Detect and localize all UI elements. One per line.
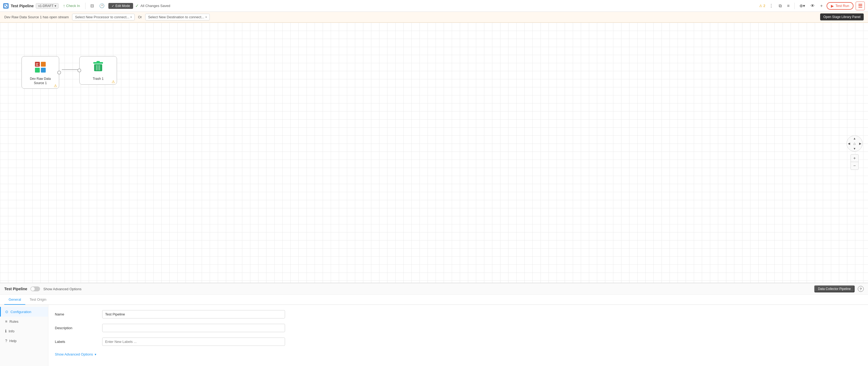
sidebar-item-help[interactable]: ? Help [0, 336, 48, 345]
saved-status: ✓ All Changes Saved [135, 3, 170, 8]
source-node-icon [34, 61, 47, 74]
stage-library-button[interactable]: ☰ [856, 2, 865, 10]
checkin-label: Check In [66, 4, 80, 8]
help-button[interactable]: ? [858, 286, 864, 292]
trash-node-label: Trash 1 [93, 77, 103, 81]
more-options-button[interactable]: ⋮ [768, 2, 775, 9]
trash-node-icon [92, 61, 104, 74]
advanced-options-label: Show Advanced Options [43, 287, 82, 291]
tab-test-origin[interactable]: Test Origin [25, 295, 51, 305]
trash-node-warning-icon: ⚠ [112, 79, 115, 84]
source-node-label: Dev Raw DataSource 1 [30, 77, 51, 85]
description-input[interactable] [102, 324, 285, 332]
svg-rect-9 [36, 64, 38, 65]
eye-button[interactable]: 👁 [809, 2, 816, 9]
pipeline-title: Test Pipeline [11, 4, 34, 8]
svg-rect-15 [98, 65, 98, 70]
sidebar-item-rules[interactable]: ≡ Rules [0, 317, 48, 326]
name-label: Name [55, 310, 98, 316]
info-label: Info [9, 329, 14, 333]
tab-general[interactable]: General [4, 295, 25, 305]
show-advanced-button[interactable]: Show Advanced Options ▾ [55, 351, 96, 357]
labels-input[interactable] [102, 337, 285, 346]
processor-select[interactable]: Select New Processor to connect... ▾ [72, 14, 135, 21]
saved-label: All Changes Saved [141, 4, 170, 8]
globe-dropdown-button[interactable]: ⊕ ▾ [798, 2, 807, 9]
zoom-out-button[interactable]: − [851, 162, 858, 170]
edit-mode-button[interactable]: ✓ Edit Mode [108, 3, 133, 9]
nav-up-button[interactable]: ▲ [853, 137, 856, 140]
show-advanced-label: Show Advanced Options [55, 352, 93, 356]
edit-mode-label: Edit Mode [115, 4, 130, 8]
toggle-knob [31, 287, 35, 291]
toolbar-divider-2 [794, 3, 795, 9]
destination-select[interactable]: Select New Destination to connect... ▾ [145, 14, 210, 21]
test-run-label: Test Run [835, 4, 849, 8]
bottom-panel: Test Pipeline Show Advanced Options Data… [0, 283, 868, 366]
diff-button[interactable]: ⊟ [89, 2, 95, 9]
source-icon-container [33, 60, 48, 75]
test-run-button[interactable]: ▶ Test Run [827, 2, 854, 10]
svg-rect-6 [35, 68, 40, 72]
nav-controls: ▲ ▼ ◀ ▶ ⌂ + − [846, 135, 863, 170]
nav-left-button[interactable]: ◀ [848, 142, 850, 145]
description-label: Description [55, 324, 98, 330]
notification-bar: Dev Raw Data Source 1 has open stream Se… [0, 12, 868, 23]
eye-icon: 👁 [810, 3, 815, 8]
stage-library-tooltip: Open Stage Library Panel [820, 13, 864, 21]
configuration-icon: ⊙ [5, 309, 8, 314]
svg-rect-16 [99, 65, 100, 70]
node-trash[interactable]: Trash 1 ⚠ [79, 56, 117, 85]
list-icon: ≡ [787, 3, 789, 8]
sidebar-item-info[interactable]: ℹ Info [0, 326, 48, 336]
zoom-in-button[interactable]: + [851, 155, 858, 162]
processor-placeholder: Select New Processor to connect... [75, 15, 129, 19]
globe-chevron-icon: ▾ [803, 3, 805, 8]
destination-placeholder: Select New Destination to connect... [148, 15, 204, 19]
nav-down-button[interactable]: ▼ [853, 147, 856, 150]
notification-text: Dev Raw Data Source 1 has open stream [4, 15, 69, 19]
canvas-area[interactable]: Dev Raw DataSource 1 ⚠ Trash 1 ⚠ ▲ [0, 23, 868, 283]
panel-header: Test Pipeline Show Advanced Options Data… [0, 283, 868, 295]
app-icon [3, 3, 9, 9]
data-collector-badge[interactable]: Data Collector Pipeline [814, 286, 855, 292]
history-button[interactable]: 🕐 [98, 2, 106, 9]
svg-rect-12 [96, 61, 100, 63]
version-badge[interactable]: v1-DRAFT ▾ [36, 3, 59, 9]
info-icon: ℹ [5, 329, 6, 333]
copy-icon: ⧉ [779, 3, 782, 8]
name-input[interactable] [102, 310, 285, 319]
show-advanced-chevron-icon: ▾ [95, 353, 96, 356]
panel-header-right: Data Collector Pipeline ? [814, 286, 864, 292]
tabs-row: General Test Origin [0, 295, 868, 305]
hamburger-icon: ☰ [858, 3, 862, 9]
node-output-connector [57, 71, 61, 74]
trash-icon-container [91, 60, 106, 75]
list-button[interactable]: ≡ [785, 2, 791, 9]
add-stage-button[interactable]: + [818, 2, 824, 9]
more-vert-icon: ⋮ [769, 3, 773, 8]
node-dev-raw-data-source[interactable]: Dev Raw DataSource 1 ⚠ [22, 56, 59, 89]
configuration-label: Configuration [10, 310, 31, 314]
nav-right-button[interactable]: ▶ [859, 142, 861, 145]
form-area: Name Description Labels Show Advanced Op… [49, 305, 868, 366]
zoom-controls: + − [850, 154, 859, 170]
nav-circle: ▲ ▼ ◀ ▶ ⌂ [846, 135, 863, 152]
history-icon: 🕐 [99, 3, 104, 8]
node-input-connector [78, 69, 81, 72]
toolbar-divider-1 [85, 3, 86, 9]
destination-chevron-icon: ▾ [206, 15, 207, 19]
description-form-row: Description [55, 324, 862, 332]
svg-rect-1 [5, 5, 6, 6]
source-node-warning-icon: ⚠ [54, 84, 57, 88]
svg-rect-14 [96, 65, 97, 70]
sidebar-item-configuration[interactable]: ⊙ Configuration [0, 307, 48, 317]
top-toolbar: Test Pipeline v1-DRAFT ▾ ↑ Check In ⊟ 🕐 … [0, 0, 868, 12]
advanced-options-toggle[interactable] [30, 287, 40, 291]
diff-icon: ⊟ [90, 3, 94, 8]
check-icon: ✓ [112, 4, 114, 8]
copy-button[interactable]: ⧉ [777, 2, 783, 9]
checkin-button[interactable]: ↑ Check In [61, 2, 82, 9]
warning-badge: ⚠ 2 [759, 4, 765, 8]
add-icon: + [820, 3, 823, 8]
